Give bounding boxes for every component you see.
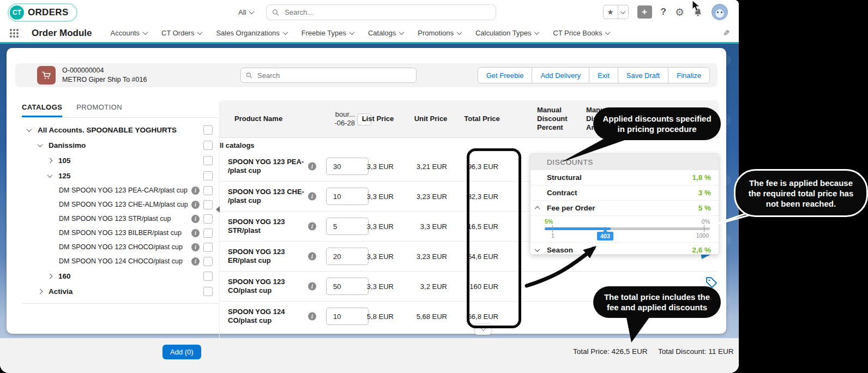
nav-tab-catalogs[interactable]: Catalogs	[368, 29, 403, 37]
collapse-panel-handle[interactable]	[216, 206, 220, 213]
divider	[22, 117, 218, 118]
help-icon[interactable]: ?	[661, 7, 666, 17]
info-icon[interactable]: i	[191, 257, 200, 266]
info-icon[interactable]: i	[308, 163, 316, 171]
catalog-group-row: ll catalogs	[220, 139, 719, 152]
annotation-bubble-pricing: Applied discounts specified in pricing p…	[593, 107, 721, 140]
chevron-down-icon[interactable]	[535, 246, 540, 252]
chevron-down-icon[interactable]	[38, 142, 43, 147]
info-icon[interactable]: i	[191, 229, 200, 237]
tree-item-105[interactable]: 105	[22, 153, 219, 168]
info-icon[interactable]: i	[308, 192, 316, 201]
nav-tab-ct-orders[interactable]: CT Orders	[161, 29, 202, 37]
info-icon[interactable]: i	[308, 312, 316, 321]
user-avatar[interactable]	[712, 4, 728, 20]
checkbox[interactable]	[203, 228, 213, 238]
search-scope-selector[interactable]: All	[238, 5, 254, 19]
tree-item-product[interactable]: DM SPOON YOG 123 STR/plast cup i	[22, 212, 219, 226]
search-scope-label: All	[238, 8, 246, 16]
app-logo[interactable]: CT ORDERS	[8, 3, 77, 22]
discount-row-contract: Contract 3 %	[531, 185, 719, 201]
tab-catalogs[interactable]: CATALOGS	[22, 103, 62, 117]
nav-tab-promotions[interactable]: Promotions	[418, 29, 461, 37]
order-search[interactable]	[240, 68, 417, 83]
edit-nav-pencil-icon[interactable]: ✎	[723, 28, 730, 38]
favorites-dropdown[interactable]	[618, 5, 628, 19]
tab-promotion[interactable]: PROMOTION	[76, 103, 122, 117]
unit-price: 3,23 EUR	[413, 252, 447, 261]
column-total-price: Total Price	[463, 115, 501, 123]
info-icon[interactable]: i	[308, 282, 316, 291]
footer-total-discount: Total Discount: 11 EUR	[658, 347, 734, 356]
nav-tab-sales-organizations[interactable]: Sales Organizations	[216, 29, 287, 37]
chevron-right-icon[interactable]	[38, 288, 43, 294]
tree-item-danissimo[interactable]: Danissimo	[22, 137, 219, 153]
favorites-button[interactable]: ★	[603, 5, 629, 19]
tree-item-all-accounts[interactable]: All Accounts. SPOONABLE YOGHURTS	[22, 122, 219, 137]
tree-item-product[interactable]: DM SPOON YOG 123 CHE-ALM/plast cup i	[22, 197, 219, 212]
info-icon[interactable]: i	[308, 222, 316, 231]
checkbox[interactable]	[203, 214, 213, 224]
chevron-right-icon[interactable]	[47, 158, 53, 163]
add-delivery-button[interactable]: Add Delivery	[532, 68, 589, 83]
checkbox[interactable]	[203, 200, 213, 209]
checkbox[interactable]	[203, 141, 213, 150]
checkbox[interactable]	[203, 125, 213, 135]
checkbox[interactable]	[203, 171, 213, 181]
discount-value: 2,6 %	[692, 246, 711, 254]
global-search[interactable]	[266, 4, 496, 20]
checkbox[interactable]	[203, 257, 213, 266]
get-freebie-button[interactable]: Get Freebie	[478, 68, 533, 83]
discount-row-fee-per-order[interactable]: Fee per Order 5 %	[531, 201, 719, 216]
nav-tab-calculation-types[interactable]: Calculation Types	[475, 29, 539, 37]
order-search-input[interactable]	[256, 71, 411, 80]
info-icon[interactable]: i	[191, 243, 200, 251]
slider-value-badge[interactable]: 403	[597, 232, 613, 240]
global-search-input[interactable]	[284, 8, 490, 17]
info-icon[interactable]: i	[191, 215, 200, 223]
divider	[22, 303, 218, 304]
global-add-button[interactable]: +	[637, 5, 652, 19]
checkbox[interactable]	[203, 156, 213, 165]
tree-item-product[interactable]: DM SPOON YOG 123 BILBER/plast cup i	[22, 226, 219, 240]
chevron-down-icon[interactable]	[27, 127, 32, 132]
info-icon[interactable]: i	[191, 201, 200, 209]
exit-button[interactable]: Exit	[589, 68, 618, 83]
scroll-down-button[interactable]	[474, 323, 492, 335]
save-draft-button[interactable]: Save Draft	[618, 68, 668, 83]
add-button[interactable]: Add (0)	[162, 345, 201, 359]
finalize-button[interactable]: Finalize	[668, 68, 709, 83]
info-icon[interactable]: i	[308, 252, 316, 261]
notifications-bell-icon[interactable]	[693, 7, 703, 17]
total-price: 16,5 EUR	[465, 222, 498, 231]
tree-item-product[interactable]: DM SPOON YOG 123 CHOCO/plast cup i	[22, 240, 219, 254]
app-launcher-icon[interactable]	[10, 29, 19, 38]
info-icon[interactable]: i	[191, 186, 200, 195]
setup-gear-icon[interactable]: ⚙	[675, 7, 684, 17]
tree-item-activia[interactable]: Activia	[22, 284, 219, 299]
checkbox[interactable]	[203, 272, 213, 281]
slider-max: 1000	[696, 232, 709, 239]
nav-tab-accounts[interactable]: Accounts	[111, 29, 147, 37]
tree-item-125[interactable]: 125	[22, 168, 219, 183]
total-price: 56,8 EUR	[465, 312, 498, 321]
chevron-down-icon[interactable]	[47, 172, 53, 178]
chevron-up-icon[interactable]	[535, 206, 540, 212]
chevron-right-icon[interactable]	[47, 273, 53, 279]
total-price: 160 EUR	[465, 282, 498, 291]
unit-price: 5,68 EUR	[413, 312, 447, 321]
checkbox[interactable]	[203, 243, 213, 252]
nav-tab-freebie-types[interactable]: Freebie Types	[302, 29, 354, 37]
unit-price: 3,21 EUR	[413, 163, 447, 171]
tree-item-product[interactable]: DM SPOON YOG 123 PEA-CAR/plast cup i	[22, 183, 219, 197]
checkbox[interactable]	[203, 186, 213, 195]
tree-item-product[interactable]: DM SPOON YOG 124 CHOCO/plast cup i	[22, 254, 219, 268]
slider-track[interactable]	[545, 227, 710, 230]
tree-item-160[interactable]: 160	[22, 268, 219, 284]
discount-row-season[interactable]: Season 2,6 %	[531, 243, 719, 257]
logo-ct-badge: CT	[10, 5, 24, 20]
nav-tab-ct-price-books[interactable]: CT Price Books	[553, 29, 610, 37]
fee-slider: 5% 0% 1 403 1000	[531, 216, 719, 243]
star-icon[interactable]: ★	[604, 5, 618, 19]
checkbox[interactable]	[203, 287, 213, 296]
